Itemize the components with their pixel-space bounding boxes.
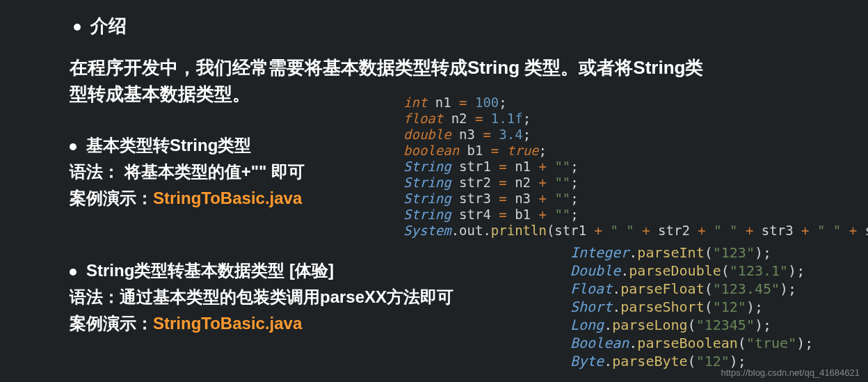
cls: Short	[570, 299, 612, 315]
op: =	[475, 111, 483, 126]
bullet-icon	[70, 269, 77, 276]
semi: ;	[539, 143, 547, 158]
p: );	[746, 299, 763, 315]
var: str4	[451, 207, 499, 222]
cls: Integer	[570, 244, 629, 261]
cls: System	[403, 223, 451, 238]
cls: String	[403, 191, 451, 206]
str: "true"	[746, 335, 796, 351]
op: =	[459, 95, 467, 110]
op: =	[491, 143, 499, 158]
bullet-icon	[70, 143, 77, 150]
intro-line-2: 型转成基本数据类型。	[70, 83, 250, 104]
op: =	[483, 127, 490, 142]
num: 1.1f	[483, 111, 522, 126]
str: " "	[706, 223, 746, 238]
semi: ;	[570, 207, 578, 222]
header-text: 介绍	[90, 15, 127, 36]
var: n3	[451, 127, 483, 142]
section-basic-to-string: 基本类型转String类型 语法： 将基本类型的值+"" 即可 案例演示：Str…	[70, 132, 305, 212]
var: str3	[451, 191, 499, 206]
var: n2	[443, 111, 475, 126]
dot: .	[620, 262, 629, 279]
str: "12"	[713, 299, 746, 315]
section-string-to-basic: String类型转基本数据类型 [体验] 语法：通过基本类型的包装类调用pars…	[70, 257, 453, 337]
sec2-title: String类型转基本数据类型 [体验]	[86, 261, 334, 280]
sec2-demo-label: 案例演示：	[70, 314, 153, 333]
dot: .	[612, 280, 620, 297]
str: ""	[547, 175, 570, 190]
cls: Byte	[570, 353, 604, 369]
p: );	[780, 280, 796, 297]
kw: int	[403, 95, 427, 110]
semi: ;	[499, 95, 506, 110]
expr: str4)	[857, 223, 868, 238]
op: +	[595, 223, 602, 238]
op: +	[539, 159, 547, 174]
kw: float	[403, 111, 443, 126]
cls: Double	[570, 262, 620, 279]
var: str1	[451, 159, 499, 174]
cls: String	[403, 175, 451, 190]
p: );	[755, 317, 771, 333]
cls: Boolean	[570, 335, 629, 351]
op: +	[642, 223, 650, 238]
str: ""	[547, 207, 570, 222]
var: b1	[459, 143, 491, 158]
cls: Long	[570, 317, 604, 333]
p: );	[796, 335, 813, 351]
op: +	[801, 223, 809, 238]
p: (	[688, 317, 696, 333]
op: =	[499, 207, 506, 222]
expr: n2	[507, 175, 539, 190]
semi: ;	[523, 127, 531, 142]
str: " "	[602, 223, 642, 238]
p: (	[738, 335, 746, 351]
op: =	[499, 159, 506, 174]
var: str2	[451, 175, 499, 190]
dot: .	[604, 317, 612, 333]
fn: println	[491, 223, 547, 238]
p: (	[688, 353, 696, 369]
op: +	[539, 175, 547, 190]
op: +	[539, 191, 547, 206]
str: " "	[810, 223, 849, 238]
op: +	[698, 223, 705, 238]
op: =	[499, 175, 506, 190]
expr: str3	[753, 223, 801, 238]
sec1-file: StringToBasic.java	[153, 189, 302, 207]
str: ""	[547, 159, 570, 174]
expr: b1	[507, 207, 539, 222]
sec1-syntax: 语法： 将基本类型的值+"" 即可	[70, 162, 305, 181]
p: (	[721, 262, 730, 279]
op: +	[849, 223, 857, 238]
code-block-1: int n1 = 100; float n2 = 1.1f; double n3…	[403, 95, 868, 239]
num: 100	[467, 95, 499, 110]
watermark-text: https://blog.csdn.net/qq_41684621	[721, 367, 860, 378]
op: +	[539, 207, 547, 222]
op: +	[746, 223, 753, 238]
expr: .out.	[451, 223, 491, 238]
intro-line-1: 在程序开发中，我们经常需要将基本数据类型转成String 类型。或者将Strin…	[70, 57, 703, 78]
kw: double	[403, 127, 451, 142]
fn: parseInt	[637, 244, 704, 261]
cls: String	[403, 207, 451, 222]
semi: ;	[570, 191, 578, 206]
sec1-title: 基本类型转String类型	[86, 136, 251, 154]
str: "123"	[713, 244, 755, 261]
kw: true	[507, 143, 539, 158]
kw: boolean	[403, 143, 459, 158]
code-block-2: Integer.parseInt("123"); Double.parseDou…	[570, 244, 813, 370]
expr: n1	[507, 159, 539, 174]
p: (	[705, 244, 713, 261]
num: 3.4	[491, 127, 523, 142]
expr: (str1	[547, 223, 595, 238]
str: "12345"	[696, 317, 755, 333]
fn: parseDouble	[629, 262, 721, 279]
dot: .	[629, 335, 637, 351]
fn: parseBoolean	[637, 335, 738, 351]
sec1-demo-label: 案例演示：	[70, 189, 153, 207]
semi: ;	[523, 111, 531, 126]
var: n1	[427, 95, 459, 110]
str: ""	[547, 191, 570, 206]
